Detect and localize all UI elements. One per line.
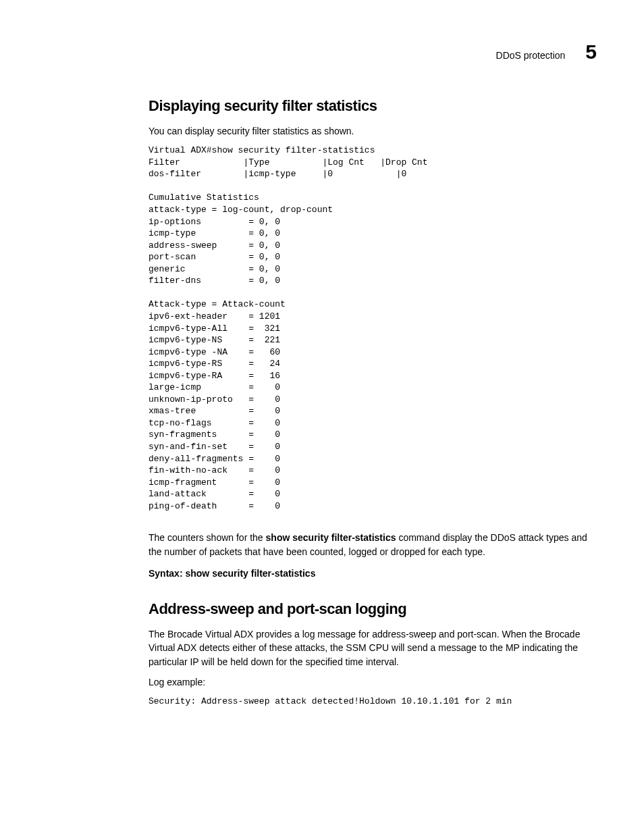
syntax-command: show security filter-statistics — [185, 568, 315, 579]
explain-paragraph: The counters shown for the show security… — [149, 531, 597, 558]
code-block-log: Security: Address-sweep attack detected!… — [149, 696, 597, 708]
section-title-logging: Address-sweep and port-scan logging — [149, 600, 597, 618]
log-example-label: Log example: — [149, 675, 597, 689]
explain-text-pre: The counters shown for the — [149, 532, 266, 543]
code-block-statistics: Virtual ADX#show security filter-statist… — [149, 145, 597, 512]
explain-command: show security filter-statistics — [266, 532, 396, 543]
syntax-label: Syntax: — [149, 568, 185, 579]
header-label: DDoS protection — [496, 50, 566, 61]
section-title-statistics: Displaying security filter statistics — [149, 97, 597, 115]
intro-paragraph: You can display security filter statisti… — [149, 124, 597, 138]
logging-paragraph: The Brocade Virtual ADX provides a log m… — [149, 627, 597, 669]
chapter-number: 5 — [585, 41, 597, 63]
syntax-line: Syntax: show security filter-statistics — [149, 567, 597, 580]
page-header: DDoS protection 5 — [149, 41, 597, 63]
page: DDoS protection 5 Displaying security fi… — [0, 0, 644, 834]
